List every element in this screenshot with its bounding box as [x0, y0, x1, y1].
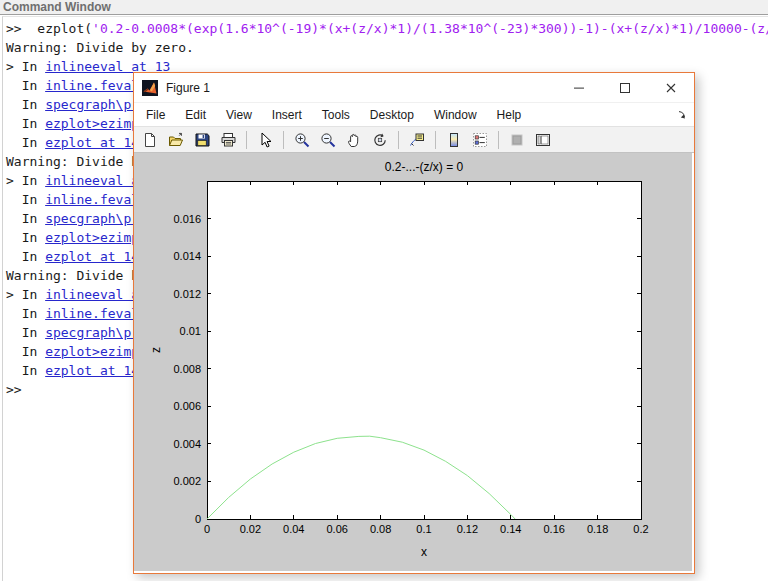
plot-title: 0.2-...-(z/x) = 0: [207, 160, 641, 174]
legend-icon: [472, 132, 488, 148]
x-tick-label: 0.04: [283, 523, 304, 535]
warning-line: Warning: Divide by zero.: [6, 38, 768, 57]
command-window-header: Command Window: [0, 0, 768, 15]
maximize-icon: [620, 83, 630, 93]
pan-button[interactable]: [342, 129, 366, 151]
printer-icon: [220, 132, 236, 148]
zoom-out-button[interactable]: [316, 129, 340, 151]
stack-link[interactable]: inlineeval at: [45, 173, 147, 188]
menu-help[interactable]: Help: [487, 105, 532, 125]
data-cursor-icon: [409, 132, 425, 148]
y-tick-label: 0.01: [180, 325, 201, 337]
maximize-button[interactable]: [602, 73, 648, 102]
figure-toolbar: [134, 127, 694, 153]
figure-window: Figure 1 File Edit View Insert Tools Des…: [133, 72, 695, 574]
stack-link[interactable]: ezplot>ezimpl: [45, 230, 147, 245]
matlab-icon: [142, 80, 158, 96]
zoom-in-icon: [294, 132, 310, 148]
plot-area: [207, 181, 641, 519]
screen: Command Window >> ezplot('0.2-0.0008*(ex…: [0, 0, 768, 581]
y-tick-label: 0.006: [173, 400, 201, 412]
rotate-3d-button[interactable]: [368, 129, 392, 151]
x-tick-label: 0.12: [457, 523, 478, 535]
stack-link[interactable]: ezplot at 149: [45, 249, 147, 264]
x-tick-label: 0: [204, 523, 210, 535]
x-tick-label: 0.08: [370, 523, 391, 535]
command-line: >> ezplot('0.2-0.0008*(exp(1.6*10^(-19)*…: [6, 19, 768, 38]
menu-edit[interactable]: Edit: [175, 105, 216, 125]
x-tick-label: 0.16: [543, 523, 564, 535]
show-plot-tools-button[interactable]: [531, 129, 555, 151]
y-tick-label: 0.004: [173, 438, 201, 450]
x-axis-label: x: [207, 545, 641, 559]
menu-window[interactable]: Window: [424, 105, 487, 125]
stack-link[interactable]: specgraph\pri: [45, 211, 147, 226]
colorbar-icon: [446, 132, 462, 148]
menu-tools[interactable]: Tools: [312, 105, 360, 125]
zoom-in-button[interactable]: [290, 129, 314, 151]
insert-colorbar-button[interactable]: [442, 129, 466, 151]
figure-menubar: File Edit View Insert Tools Desktop Wind…: [134, 102, 694, 127]
dock-figure-icon[interactable]: [676, 109, 688, 121]
stack-link[interactable]: specgraph\pri: [45, 97, 147, 112]
toolbar-separator: [283, 131, 284, 149]
stack-link[interactable]: inlineeval at: [45, 287, 147, 302]
save-icon: [194, 132, 210, 148]
hide-plot-tools-button[interactable]: [505, 129, 529, 151]
toolbar-separator: [398, 131, 399, 149]
close-button[interactable]: [648, 73, 694, 102]
command-string-literal: '0.2-0.0008*(exp(1.6*10^(-19)*(x+(z/x)*1…: [92, 21, 768, 36]
stack-link[interactable]: ezplot>ezimpl: [45, 344, 147, 359]
menu-view[interactable]: View: [216, 105, 262, 125]
stack-link[interactable]: inline.feval: [45, 192, 139, 207]
y-tick-label: 0.014: [173, 250, 201, 262]
stack-link[interactable]: specgraph\pri: [45, 325, 147, 340]
new-document-button[interactable]: [138, 129, 162, 151]
x-tick-label: 0.18: [587, 523, 608, 535]
figure-title: Figure 1: [166, 81, 210, 95]
y-tick-label: 0.008: [173, 363, 201, 375]
toolbar-separator: [498, 131, 499, 149]
menu-desktop[interactable]: Desktop: [360, 105, 424, 125]
x-tick-label: 0.2: [633, 523, 648, 535]
y-tick-label: 0.002: [173, 475, 201, 487]
stack-link[interactable]: inline.feval: [45, 78, 139, 93]
close-icon: [666, 83, 676, 93]
stack-link[interactable]: ezplot at 149: [45, 135, 147, 150]
new-document-icon: [142, 132, 158, 148]
hand-icon: [346, 132, 362, 148]
y-axis-label: z: [149, 342, 163, 358]
toolbar-separator: [435, 131, 436, 149]
x-tick-label: 0.06: [326, 523, 347, 535]
prompt-and-function: >> ezplot(: [6, 21, 92, 36]
window-controls: [556, 73, 694, 102]
rotate-3d-icon: [372, 132, 388, 148]
print-figure-button[interactable]: [216, 129, 240, 151]
save-figure-button[interactable]: [190, 129, 214, 151]
plot[interactable]: 00.020.040.060.080.10.120.140.160.180.20…: [134, 153, 692, 571]
stack-link[interactable]: ezplot>ezimpl: [45, 116, 147, 131]
open-folder-icon: [168, 132, 184, 148]
zoom-out-icon: [320, 132, 336, 148]
stack-link[interactable]: inline.feval: [45, 306, 139, 321]
insert-legend-button[interactable]: [468, 129, 492, 151]
y-tick-label: 0: [195, 513, 201, 525]
edit-plot-button[interactable]: [253, 129, 277, 151]
open-file-button[interactable]: [164, 129, 188, 151]
x-tick-label: 0.02: [240, 523, 261, 535]
figure-titlebar[interactable]: Figure 1: [134, 73, 694, 102]
y-tick-label: 0.012: [173, 288, 201, 300]
toolbar-separator: [246, 131, 247, 149]
figure-canvas: 00.020.040.060.080.10.120.140.160.180.20…: [134, 153, 692, 571]
menu-file[interactable]: File: [136, 105, 175, 125]
minimize-icon: [574, 83, 584, 93]
x-tick-label: 0.14: [500, 523, 521, 535]
hide-plot-tools-icon: [509, 132, 525, 148]
show-plot-tools-icon: [535, 132, 551, 148]
stack-link[interactable]: ezplot at 149: [45, 363, 147, 378]
x-tick-label: 0.1: [416, 523, 431, 535]
menu-insert[interactable]: Insert: [262, 105, 312, 125]
data-cursor-button[interactable]: [405, 129, 429, 151]
minimize-button[interactable]: [556, 73, 602, 102]
pointer-arrow-icon: [257, 132, 273, 148]
